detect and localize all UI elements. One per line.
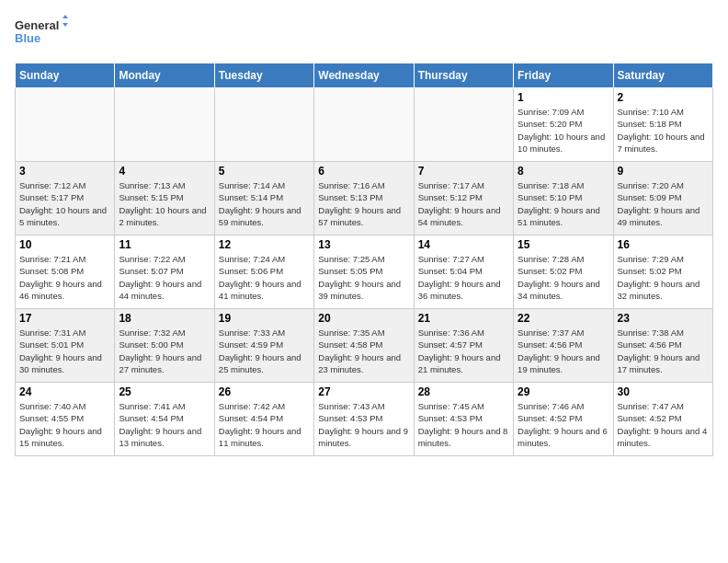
day-number: 2 — [618, 91, 709, 104]
weekday-header-saturday: Saturday — [613, 63, 712, 88]
day-number: 18 — [119, 312, 210, 325]
week-row-5: 24Sunrise: 7:40 AM Sunset: 4:55 PM Dayli… — [16, 383, 713, 456]
day-number: 24 — [19, 385, 110, 398]
day-info: Sunrise: 7:29 AM Sunset: 5:02 PM Dayligh… — [618, 253, 709, 302]
day-info: Sunrise: 7:47 AM Sunset: 4:52 PM Dayligh… — [618, 400, 709, 449]
calendar-cell: 24Sunrise: 7:40 AM Sunset: 4:55 PM Dayli… — [16, 383, 115, 456]
day-number: 9 — [618, 165, 709, 178]
calendar-cell: 23Sunrise: 7:38 AM Sunset: 4:56 PM Dayli… — [613, 309, 712, 383]
weekday-header-tuesday: Tuesday — [214, 63, 313, 88]
logo: General Blue — [15, 15, 70, 52]
day-info: Sunrise: 7:16 AM Sunset: 5:13 PM Dayligh… — [318, 179, 409, 228]
day-number: 10 — [19, 238, 110, 251]
day-number: 12 — [219, 238, 310, 251]
svg-text:General: General — [15, 18, 59, 32]
calendar-cell — [115, 88, 214, 162]
day-info: Sunrise: 7:25 AM Sunset: 5:05 PM Dayligh… — [318, 253, 409, 302]
calendar-cell: 16Sunrise: 7:29 AM Sunset: 5:02 PM Dayli… — [613, 236, 712, 309]
day-number: 16 — [618, 238, 709, 251]
day-info: Sunrise: 7:33 AM Sunset: 4:59 PM Dayligh… — [219, 327, 310, 375]
calendar-cell: 19Sunrise: 7:33 AM Sunset: 4:59 PM Dayli… — [214, 309, 313, 383]
day-number: 4 — [119, 165, 210, 178]
logo-svg: General Blue — [15, 15, 70, 52]
day-number: 21 — [418, 312, 509, 325]
calendar-cell: 1Sunrise: 7:09 AM Sunset: 5:20 PM Daylig… — [514, 88, 613, 162]
calendar-table: SundayMondayTuesdayWednesdayThursdayFrid… — [15, 63, 713, 456]
day-number: 7 — [418, 165, 509, 178]
day-info: Sunrise: 7:10 AM Sunset: 5:18 PM Dayligh… — [618, 106, 709, 155]
day-number: 28 — [418, 385, 509, 398]
day-info: Sunrise: 7:31 AM Sunset: 5:01 PM Dayligh… — [19, 327, 110, 375]
svg-text:Blue: Blue — [15, 31, 40, 45]
weekday-header-row: SundayMondayTuesdayWednesdayThursdayFrid… — [16, 63, 713, 88]
calendar-cell: 21Sunrise: 7:36 AM Sunset: 4:57 PM Dayli… — [414, 309, 513, 383]
day-number: 19 — [219, 312, 310, 325]
calendar-cell: 10Sunrise: 7:21 AM Sunset: 5:08 PM Dayli… — [16, 236, 115, 309]
day-info: Sunrise: 7:41 AM Sunset: 4:54 PM Dayligh… — [119, 400, 210, 449]
day-info: Sunrise: 7:22 AM Sunset: 5:07 PM Dayligh… — [119, 253, 210, 302]
calendar-cell: 29Sunrise: 7:46 AM Sunset: 4:52 PM Dayli… — [514, 383, 613, 456]
calendar-cell: 13Sunrise: 7:25 AM Sunset: 5:05 PM Dayli… — [314, 236, 414, 309]
day-number: 20 — [318, 312, 409, 325]
calendar-cell — [414, 88, 513, 162]
day-info: Sunrise: 7:14 AM Sunset: 5:14 PM Dayligh… — [219, 179, 310, 228]
weekday-header-friday: Friday — [514, 63, 613, 88]
day-info: Sunrise: 7:43 AM Sunset: 4:53 PM Dayligh… — [318, 400, 409, 449]
day-info: Sunrise: 7:24 AM Sunset: 5:06 PM Dayligh… — [219, 253, 310, 302]
calendar-cell: 5Sunrise: 7:14 AM Sunset: 5:14 PM Daylig… — [214, 162, 313, 236]
day-info: Sunrise: 7:35 AM Sunset: 4:58 PM Dayligh… — [318, 327, 409, 375]
svg-marker-2 — [63, 15, 68, 18]
weekday-header-wednesday: Wednesday — [314, 63, 414, 88]
calendar-cell: 15Sunrise: 7:28 AM Sunset: 5:02 PM Dayli… — [514, 236, 613, 309]
day-number: 23 — [618, 312, 709, 325]
day-info: Sunrise: 7:12 AM Sunset: 5:17 PM Dayligh… — [19, 179, 110, 228]
day-number: 14 — [418, 238, 509, 251]
day-info: Sunrise: 7:38 AM Sunset: 4:56 PM Dayligh… — [618, 327, 709, 375]
day-info: Sunrise: 7:21 AM Sunset: 5:08 PM Dayligh… — [19, 253, 110, 302]
day-info: Sunrise: 7:27 AM Sunset: 5:04 PM Dayligh… — [418, 253, 509, 302]
calendar-cell: 11Sunrise: 7:22 AM Sunset: 5:07 PM Dayli… — [115, 236, 214, 309]
day-number: 29 — [518, 385, 609, 398]
calendar-cell: 20Sunrise: 7:35 AM Sunset: 4:58 PM Dayli… — [314, 309, 414, 383]
day-number: 1 — [518, 91, 609, 104]
weekday-header-sunday: Sunday — [16, 63, 115, 88]
calendar-cell: 6Sunrise: 7:16 AM Sunset: 5:13 PM Daylig… — [314, 162, 414, 236]
day-number: 15 — [518, 238, 609, 251]
day-number: 27 — [318, 385, 409, 398]
calendar-cell: 14Sunrise: 7:27 AM Sunset: 5:04 PM Dayli… — [414, 236, 513, 309]
calendar-cell: 4Sunrise: 7:13 AM Sunset: 5:15 PM Daylig… — [115, 162, 214, 236]
day-info: Sunrise: 7:20 AM Sunset: 5:09 PM Dayligh… — [618, 179, 709, 228]
day-number: 26 — [219, 385, 310, 398]
weekday-header-thursday: Thursday — [414, 63, 513, 88]
calendar-cell — [314, 88, 414, 162]
calendar-cell: 7Sunrise: 7:17 AM Sunset: 5:12 PM Daylig… — [414, 162, 513, 236]
day-info: Sunrise: 7:40 AM Sunset: 4:55 PM Dayligh… — [19, 400, 110, 449]
day-number: 22 — [518, 312, 609, 325]
week-row-2: 3Sunrise: 7:12 AM Sunset: 5:17 PM Daylig… — [16, 162, 713, 236]
calendar-cell: 3Sunrise: 7:12 AM Sunset: 5:17 PM Daylig… — [16, 162, 115, 236]
calendar-cell: 2Sunrise: 7:10 AM Sunset: 5:18 PM Daylig… — [613, 88, 712, 162]
day-info: Sunrise: 7:36 AM Sunset: 4:57 PM Dayligh… — [418, 327, 509, 375]
svg-marker-3 — [63, 23, 68, 27]
calendar-cell: 17Sunrise: 7:31 AM Sunset: 5:01 PM Dayli… — [16, 309, 115, 383]
calendar-cell: 28Sunrise: 7:45 AM Sunset: 4:53 PM Dayli… — [414, 383, 513, 456]
week-row-4: 17Sunrise: 7:31 AM Sunset: 5:01 PM Dayli… — [16, 309, 713, 383]
calendar-cell — [214, 88, 313, 162]
calendar-cell: 18Sunrise: 7:32 AM Sunset: 5:00 PM Dayli… — [115, 309, 214, 383]
week-row-1: 1Sunrise: 7:09 AM Sunset: 5:20 PM Daylig… — [16, 88, 713, 162]
day-number: 13 — [318, 238, 409, 251]
day-number: 5 — [219, 165, 310, 178]
day-info: Sunrise: 7:37 AM Sunset: 4:56 PM Dayligh… — [518, 327, 609, 375]
day-number: 17 — [19, 312, 110, 325]
day-info: Sunrise: 7:42 AM Sunset: 4:54 PM Dayligh… — [219, 400, 310, 449]
calendar-cell — [16, 88, 115, 162]
day-info: Sunrise: 7:28 AM Sunset: 5:02 PM Dayligh… — [518, 253, 609, 302]
day-info: Sunrise: 7:46 AM Sunset: 4:52 PM Dayligh… — [518, 400, 609, 449]
day-number: 30 — [618, 385, 709, 398]
day-number: 11 — [119, 238, 210, 251]
day-info: Sunrise: 7:09 AM Sunset: 5:20 PM Dayligh… — [518, 106, 609, 155]
calendar-cell: 22Sunrise: 7:37 AM Sunset: 4:56 PM Dayli… — [514, 309, 613, 383]
weekday-header-monday: Monday — [115, 63, 214, 88]
day-number: 6 — [318, 165, 409, 178]
day-number: 8 — [518, 165, 609, 178]
